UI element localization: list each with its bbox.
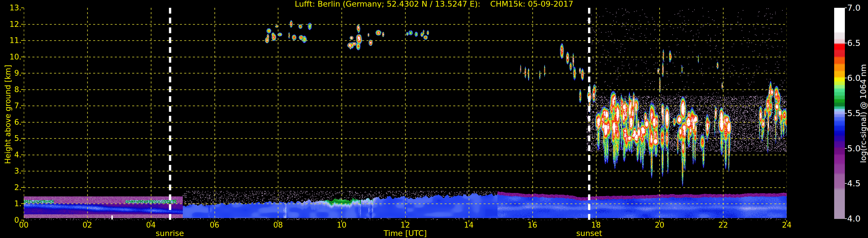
sunrise-annotation: sunrise <box>141 229 199 238</box>
y-tick-label: 9. <box>2 69 22 77</box>
figure: Lufft: Berlin (Germany; 52.4302 N / 13.5… <box>0 0 868 238</box>
x-tick-mark <box>278 220 278 223</box>
colorbar-tick-label: 5.5 <box>847 108 868 118</box>
x-tick-mark <box>659 220 660 223</box>
y-tick-label: 2. <box>2 183 22 192</box>
ceilometer-heatmap <box>24 8 787 220</box>
x-tick-mark <box>723 220 723 223</box>
y-tick-label: 6. <box>2 118 22 127</box>
y-tick-label: 3. <box>2 167 22 175</box>
colorbar-tick-label: 6.0 <box>847 73 868 83</box>
y-tick-label: 10. <box>2 53 22 61</box>
y-tick-label: 8. <box>2 85 22 94</box>
y-tick-mark <box>21 203 24 204</box>
colorbar-tick-mark <box>845 218 847 219</box>
y-tick-mark <box>21 24 24 25</box>
y-tick-mark <box>21 171 24 171</box>
y-tick-mark <box>21 40 24 41</box>
y-tick-label: 0. <box>2 216 22 225</box>
y-tick-mark <box>21 105 24 106</box>
colorbar-tick-label: 7.0 <box>847 3 868 13</box>
x-axis-label: Time [UTC] <box>376 229 434 238</box>
y-tick-mark <box>21 73 24 73</box>
x-tick-mark <box>87 220 88 223</box>
y-tick-label: 11. <box>2 36 22 45</box>
y-tick-label: 13. <box>2 3 22 12</box>
colorbar <box>834 8 845 219</box>
colorbar-tick-mark <box>845 113 847 113</box>
y-tick-label: 5. <box>2 134 22 143</box>
y-tick-mark <box>21 187 24 188</box>
x-tick-mark <box>596 220 596 223</box>
y-tick-mark <box>21 7 24 8</box>
x-tick-mark <box>214 220 215 223</box>
y-tick-label: 12. <box>2 20 22 29</box>
y-tick-mark <box>21 220 24 220</box>
y-tick-mark <box>21 89 24 90</box>
y-tick-label: 7. <box>2 101 22 110</box>
sunset-annotation: sunset <box>560 229 618 238</box>
colorbar-tick-label: 4.5 <box>847 178 868 188</box>
x-tick-mark <box>405 220 405 223</box>
colorbar-tick-mark <box>845 183 847 184</box>
y-tick-label: 1. <box>2 199 22 208</box>
colorbar-tick-label: 4.0 <box>847 214 868 224</box>
colorbar-tick-mark <box>845 148 847 149</box>
x-tick-mark <box>151 220 151 223</box>
y-tick-mark <box>21 57 24 57</box>
y-axis-label: Height above ground [km] <box>3 42 13 186</box>
x-tick-mark <box>341 220 342 223</box>
colorbar-tick-mark <box>845 43 847 43</box>
x-tick-mark <box>786 220 787 223</box>
plot-title: Lufft: Berlin (Germany; 52.4302 N / 13.5… <box>0 0 868 8</box>
colorbar-tick-label: 5.0 <box>847 143 868 154</box>
y-tick-label: 4. <box>2 150 22 159</box>
colorbar-tick-mark <box>845 78 847 78</box>
x-tick-mark <box>469 220 469 223</box>
colorbar-tick-label: 6.5 <box>847 38 868 48</box>
y-tick-mark <box>21 138 24 139</box>
x-tick-mark <box>24 220 24 223</box>
colorbar-tick-mark <box>845 7 847 8</box>
y-tick-mark <box>21 122 24 123</box>
x-tick-mark <box>532 220 533 223</box>
y-tick-mark <box>21 155 24 155</box>
